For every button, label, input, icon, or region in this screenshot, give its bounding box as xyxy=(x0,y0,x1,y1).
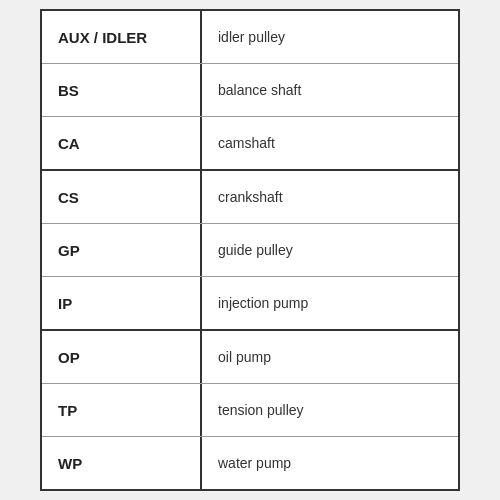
table-row: TPtension pulley xyxy=(42,384,458,437)
code-cell: GP xyxy=(42,224,202,276)
code-cell: TP xyxy=(42,384,202,436)
code-cell: BS xyxy=(42,64,202,116)
code-cell: IP xyxy=(42,277,202,329)
table-row: CScrankshaft xyxy=(42,171,458,224)
description-cell: idler pulley xyxy=(202,11,458,63)
description-cell: guide pulley xyxy=(202,224,458,276)
code-cell: OP xyxy=(42,331,202,383)
description-cell: oil pump xyxy=(202,331,458,383)
description-cell: camshaft xyxy=(202,117,458,169)
table-row: WPwater pump xyxy=(42,437,458,489)
code-cell: WP xyxy=(42,437,202,489)
table-row: GPguide pulley xyxy=(42,224,458,277)
abbreviation-table: AUX / IDLERidler pulleyBSbalance shaftCA… xyxy=(40,9,460,491)
table-row: AUX / IDLERidler pulley xyxy=(42,11,458,64)
description-cell: crankshaft xyxy=(202,171,458,223)
code-cell: CS xyxy=(42,171,202,223)
code-cell: AUX / IDLER xyxy=(42,11,202,63)
description-cell: injection pump xyxy=(202,277,458,329)
description-cell: tension pulley xyxy=(202,384,458,436)
description-cell: water pump xyxy=(202,437,458,489)
table-row: CAcamshaft xyxy=(42,117,458,171)
code-cell: CA xyxy=(42,117,202,169)
description-cell: balance shaft xyxy=(202,64,458,116)
table-row: BSbalance shaft xyxy=(42,64,458,117)
table-row: OPoil pump xyxy=(42,331,458,384)
table-row: IPinjection pump xyxy=(42,277,458,331)
